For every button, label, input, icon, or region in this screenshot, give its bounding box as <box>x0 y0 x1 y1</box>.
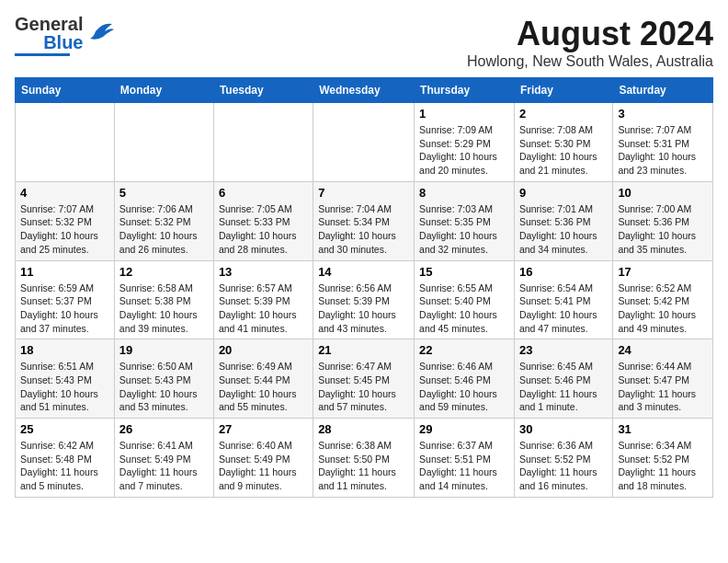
day-number: 2 <box>519 107 608 121</box>
calendar-cell: 26Sunrise: 6:41 AM Sunset: 5:49 PM Dayli… <box>114 419 213 498</box>
day-info: Sunrise: 7:00 AM Sunset: 5:36 PM Dayligh… <box>618 202 708 257</box>
day-info: Sunrise: 6:54 AM Sunset: 5:41 PM Dayligh… <box>519 282 608 336</box>
calendar-cell: 31Sunrise: 6:34 AM Sunset: 5:52 PM Dayli… <box>613 419 713 498</box>
page-title: August 2024 <box>467 15 713 53</box>
page-location: Howlong, New South Wales, Australia <box>467 53 713 70</box>
day-info: Sunrise: 7:07 AM Sunset: 5:32 PM Dayligh… <box>20 202 109 257</box>
day-number: 14 <box>318 265 409 279</box>
calendar-week-row: 11Sunrise: 6:59 AM Sunset: 5:37 PM Dayli… <box>16 260 713 339</box>
calendar-cell: 20Sunrise: 6:49 AM Sunset: 5:44 PM Dayli… <box>213 339 313 419</box>
calendar-cell: 11Sunrise: 6:59 AM Sunset: 5:37 PM Dayli… <box>16 260 115 339</box>
day-info: Sunrise: 6:55 AM Sunset: 5:40 PM Dayligh… <box>419 282 509 336</box>
calendar-week-row: 4Sunrise: 7:07 AM Sunset: 5:32 PM Daylig… <box>16 181 713 260</box>
day-number: 23 <box>519 343 608 357</box>
day-number: 20 <box>219 343 308 357</box>
day-info: Sunrise: 6:51 AM Sunset: 5:43 PM Dayligh… <box>20 360 109 414</box>
calendar-cell: 13Sunrise: 6:57 AM Sunset: 5:39 PM Dayli… <box>213 260 313 339</box>
day-info: Sunrise: 6:49 AM Sunset: 5:44 PM Dayligh… <box>219 360 308 414</box>
day-of-week-header: Thursday <box>415 78 515 103</box>
day-info: Sunrise: 6:50 AM Sunset: 5:43 PM Dayligh… <box>119 360 209 414</box>
logo-bird-icon <box>86 18 114 48</box>
calendar-cell: 2Sunrise: 7:08 AM Sunset: 5:30 PM Daylig… <box>514 103 612 182</box>
day-info: Sunrise: 7:06 AM Sunset: 5:32 PM Dayligh… <box>119 202 209 257</box>
day-of-week-header: Monday <box>114 78 213 103</box>
calendar-cell: 23Sunrise: 6:45 AM Sunset: 5:46 PM Dayli… <box>514 339 612 419</box>
day-number: 24 <box>618 343 708 357</box>
day-of-week-header: Tuesday <box>213 78 313 103</box>
day-info: Sunrise: 7:04 AM Sunset: 5:34 PM Dayligh… <box>318 202 409 257</box>
logo-general: General <box>15 15 83 33</box>
calendar-cell: 25Sunrise: 6:42 AM Sunset: 5:48 PM Dayli… <box>16 419 115 498</box>
calendar-cell: 4Sunrise: 7:07 AM Sunset: 5:32 PM Daylig… <box>16 181 115 260</box>
day-of-week-header: Saturday <box>613 78 713 103</box>
calendar-cell: 8Sunrise: 7:03 AM Sunset: 5:35 PM Daylig… <box>415 181 515 260</box>
calendar-cell: 27Sunrise: 6:40 AM Sunset: 5:49 PM Dayli… <box>213 419 313 498</box>
calendar-cell: 22Sunrise: 6:46 AM Sunset: 5:46 PM Dayli… <box>415 339 515 419</box>
day-info: Sunrise: 6:42 AM Sunset: 5:48 PM Dayligh… <box>20 439 109 493</box>
calendar-cell: 10Sunrise: 7:00 AM Sunset: 5:36 PM Dayli… <box>613 181 713 260</box>
calendar-week-row: 25Sunrise: 6:42 AM Sunset: 5:48 PM Dayli… <box>16 419 713 498</box>
day-number: 6 <box>219 186 308 200</box>
day-info: Sunrise: 6:56 AM Sunset: 5:39 PM Dayligh… <box>318 282 409 336</box>
calendar-cell: 14Sunrise: 6:56 AM Sunset: 5:39 PM Dayli… <box>313 260 415 339</box>
day-info: Sunrise: 6:46 AM Sunset: 5:46 PM Dayligh… <box>419 360 509 414</box>
day-number: 22 <box>419 343 509 357</box>
day-info: Sunrise: 6:47 AM Sunset: 5:45 PM Dayligh… <box>318 360 409 414</box>
calendar-cell: 18Sunrise: 6:51 AM Sunset: 5:43 PM Dayli… <box>16 339 115 419</box>
day-info: Sunrise: 7:01 AM Sunset: 5:36 PM Dayligh… <box>519 202 608 257</box>
day-number: 9 <box>519 186 608 200</box>
day-number: 1 <box>419 107 509 121</box>
logo: General Blue <box>15 15 114 56</box>
calendar-cell: 1Sunrise: 7:09 AM Sunset: 5:29 PM Daylig… <box>415 103 515 182</box>
day-number: 7 <box>318 186 409 200</box>
calendar-cell: 6Sunrise: 7:05 AM Sunset: 5:33 PM Daylig… <box>213 181 313 260</box>
day-number: 28 <box>318 422 409 436</box>
calendar-cell: 3Sunrise: 7:07 AM Sunset: 5:31 PM Daylig… <box>613 103 713 182</box>
day-info: Sunrise: 7:09 AM Sunset: 5:29 PM Dayligh… <box>419 123 509 178</box>
calendar-cell: 9Sunrise: 7:01 AM Sunset: 5:36 PM Daylig… <box>514 181 612 260</box>
day-number: 21 <box>318 343 409 357</box>
calendar-cell: 16Sunrise: 6:54 AM Sunset: 5:41 PM Dayli… <box>514 260 612 339</box>
day-info: Sunrise: 6:34 AM Sunset: 5:52 PM Dayligh… <box>618 439 708 493</box>
day-number: 29 <box>419 422 509 436</box>
day-number: 27 <box>219 422 308 436</box>
calendar-cell <box>313 103 415 182</box>
day-number: 31 <box>618 422 708 436</box>
calendar-week-row: 18Sunrise: 6:51 AM Sunset: 5:43 PM Dayli… <box>16 339 713 419</box>
day-number: 13 <box>219 265 308 279</box>
calendar-header-row: SundayMondayTuesdayWednesdayThursdayFrid… <box>16 78 713 103</box>
calendar-table: SundayMondayTuesdayWednesdayThursdayFrid… <box>15 77 713 498</box>
calendar-cell <box>114 103 213 182</box>
day-info: Sunrise: 7:08 AM Sunset: 5:30 PM Dayligh… <box>519 123 608 178</box>
day-info: Sunrise: 6:38 AM Sunset: 5:50 PM Dayligh… <box>318 439 409 493</box>
day-info: Sunrise: 6:40 AM Sunset: 5:49 PM Dayligh… <box>219 439 308 493</box>
day-info: Sunrise: 7:07 AM Sunset: 5:31 PM Dayligh… <box>618 123 708 178</box>
calendar-cell: 15Sunrise: 6:55 AM Sunset: 5:40 PM Dayli… <box>415 260 515 339</box>
day-info: Sunrise: 6:57 AM Sunset: 5:39 PM Dayligh… <box>219 282 308 336</box>
title-block: August 2024 Howlong, New South Wales, Au… <box>467 15 713 70</box>
calendar-week-row: 1Sunrise: 7:09 AM Sunset: 5:29 PM Daylig… <box>16 103 713 182</box>
day-number: 5 <box>119 186 209 200</box>
day-number: 15 <box>419 265 509 279</box>
day-number: 17 <box>618 265 708 279</box>
logo-blue: Blue <box>43 33 83 52</box>
day-number: 3 <box>618 107 708 121</box>
calendar-cell: 30Sunrise: 6:36 AM Sunset: 5:52 PM Dayli… <box>514 419 612 498</box>
day-of-week-header: Wednesday <box>313 78 415 103</box>
day-info: Sunrise: 6:45 AM Sunset: 5:46 PM Dayligh… <box>519 360 608 414</box>
calendar-cell: 7Sunrise: 7:04 AM Sunset: 5:34 PM Daylig… <box>313 181 415 260</box>
calendar-cell: 29Sunrise: 6:37 AM Sunset: 5:51 PM Dayli… <box>415 419 515 498</box>
day-of-week-header: Friday <box>514 78 612 103</box>
calendar-cell: 12Sunrise: 6:58 AM Sunset: 5:38 PM Dayli… <box>114 260 213 339</box>
day-number: 11 <box>20 265 109 279</box>
day-number: 25 <box>20 422 109 436</box>
day-number: 16 <box>519 265 608 279</box>
day-of-week-header: Sunday <box>16 78 115 103</box>
page-header: General Blue August 2024 Howlong, New So… <box>15 15 713 70</box>
calendar-cell: 19Sunrise: 6:50 AM Sunset: 5:43 PM Dayli… <box>114 339 213 419</box>
calendar-cell: 21Sunrise: 6:47 AM Sunset: 5:45 PM Dayli… <box>313 339 415 419</box>
day-number: 8 <box>419 186 509 200</box>
day-info: Sunrise: 7:05 AM Sunset: 5:33 PM Dayligh… <box>219 202 308 257</box>
day-number: 18 <box>20 343 109 357</box>
day-info: Sunrise: 6:44 AM Sunset: 5:47 PM Dayligh… <box>618 360 708 414</box>
